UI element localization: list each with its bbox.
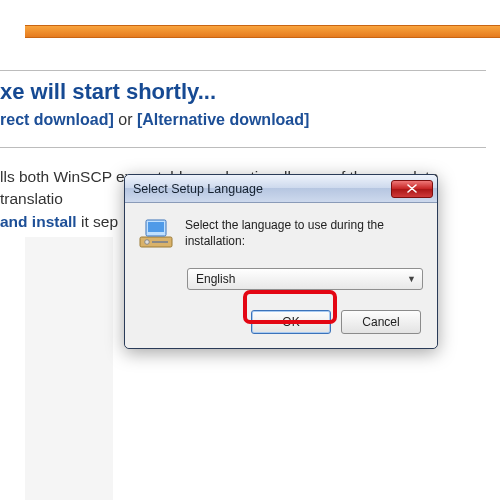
setup-language-dialog: Select Setup Language Select the languag…	[124, 174, 438, 349]
installer-icon	[139, 217, 173, 254]
dialog-message: Select the language to use during the in…	[185, 217, 421, 254]
cancel-button-label: Cancel	[362, 315, 399, 329]
dialog-titlebar[interactable]: Select Setup Language	[125, 175, 437, 203]
orange-header-bar	[25, 25, 500, 38]
download-links-line: rect download] or [Alternative download]	[0, 111, 486, 147]
alternative-download-link[interactable]: [Alternative download]	[137, 111, 309, 128]
close-icon	[407, 184, 417, 193]
dialog-title: Select Setup Language	[133, 182, 391, 196]
ok-button[interactable]: OK	[251, 310, 331, 334]
language-combobox[interactable]: English ▼	[187, 268, 423, 290]
svg-rect-2	[148, 222, 164, 232]
divider	[0, 147, 486, 148]
para-fragment: lls both WinSCP	[0, 168, 116, 185]
install-link[interactable]: and install	[0, 213, 77, 230]
para-fragment: it sep	[77, 213, 118, 230]
chevron-down-icon: ▼	[407, 274, 416, 284]
dialog-body: Select the language to use during the in…	[125, 203, 437, 348]
ok-button-label: OK	[282, 315, 299, 329]
cancel-button[interactable]: Cancel	[341, 310, 421, 334]
close-button[interactable]	[391, 180, 433, 198]
svg-point-3	[145, 240, 150, 245]
sidebar-placeholder	[25, 237, 113, 500]
page-title: xe will start shortly...	[0, 71, 486, 111]
direct-download-link[interactable]: rect download]	[0, 111, 114, 128]
language-selected: English	[196, 272, 235, 286]
or-text: or	[114, 111, 137, 128]
